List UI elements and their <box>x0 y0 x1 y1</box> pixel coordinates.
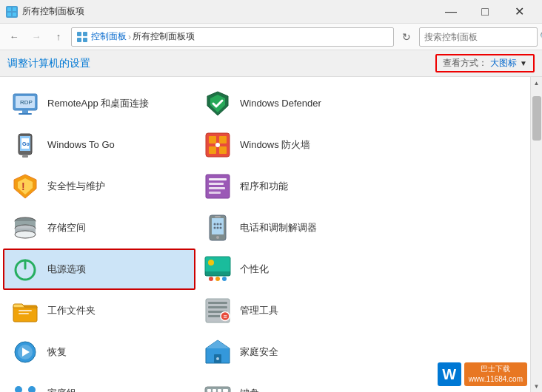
window-controls: — □ ✕ <box>434 0 536 24</box>
watermark-w-icon: W <box>438 362 461 386</box>
svg-rect-23 <box>209 146 216 154</box>
search-box[interactable]: 🔍 <box>419 27 538 47</box>
maximize-button[interactable]: □ <box>468 0 502 24</box>
security-icon: ! <box>10 172 40 201</box>
grid-item-personalize[interactable]: 个性化 <box>195 249 388 290</box>
grid-item-homegroup[interactable]: 家庭组 <box>3 373 195 392</box>
search-input[interactable] <box>420 32 540 42</box>
svg-point-52 <box>208 260 214 266</box>
svg-rect-21 <box>209 136 216 143</box>
item-label-security: 安全性与维护 <box>47 180 105 193</box>
svg-rect-11 <box>19 113 32 115</box>
item-label-power: 电源选项 <box>47 263 86 276</box>
svg-text:RDP: RDP <box>20 99 33 106</box>
svg-rect-64 <box>208 315 221 317</box>
grid-item-manage[interactable]: ≡ 管理工具 <box>195 290 388 331</box>
grid-item-workfolder[interactable]: 工作文件夹 <box>3 290 195 331</box>
grid-row: Go Windows To Go Windows 防火墙 <box>3 124 527 166</box>
item-label-windefender: Windows Defender <box>240 98 321 110</box>
svg-point-48 <box>220 227 222 229</box>
svg-rect-33 <box>209 192 221 194</box>
grid-item-recovery[interactable]: 恢复 <box>3 331 195 373</box>
window-icon <box>6 6 18 18</box>
refresh-button[interactable]: ↻ <box>397 27 416 47</box>
scroll-down-button[interactable]: ▼ <box>531 380 543 392</box>
close-button[interactable]: ✕ <box>502 0 536 24</box>
svg-rect-59 <box>19 313 29 314</box>
svg-rect-78 <box>218 389 221 392</box>
up-button[interactable]: ↑ <box>49 27 68 47</box>
scroll-track[interactable] <box>531 89 543 380</box>
svg-point-47 <box>217 227 219 229</box>
grid-item-homesafety[interactable]: 家庭安全 <box>195 331 388 373</box>
view-selector[interactable]: 查看方式： 大图标 ▼ <box>435 54 535 72</box>
view-dropdown-arrow[interactable]: ▼ <box>520 59 527 67</box>
grid-item-security[interactable]: ! 安全性与维护 <box>3 166 195 207</box>
svg-point-44 <box>217 223 219 226</box>
forward-button[interactable]: → <box>27 27 46 47</box>
grid-item-wtg[interactable]: Go Windows To Go <box>3 124 195 166</box>
grid-item-programs[interactable]: 程序和功能 <box>195 166 388 207</box>
svg-rect-0 <box>7 7 11 11</box>
svg-rect-1 <box>13 7 16 11</box>
phone-icon <box>203 213 232 243</box>
grid-row: ! 安全性与维护 程序和功能 <box>3 166 527 207</box>
svg-rect-76 <box>207 389 211 392</box>
svg-rect-79 <box>223 389 228 392</box>
svg-text:!: ! <box>21 180 25 192</box>
grid-item-winfirewall[interactable]: Windows 防火墙 <box>195 124 388 166</box>
grid-row: 存储空间 电话和调制解调器 <box>3 207 527 249</box>
svg-rect-24 <box>219 146 227 154</box>
item-label-winfirewall: Windows 防火墙 <box>240 139 310 152</box>
grid-item-keyboard[interactable]: 键盘 <box>195 373 388 392</box>
workfolder-icon <box>10 296 40 325</box>
item-label-workfolder: 工作文件夹 <box>47 305 96 317</box>
item-label-homegroup: 家庭组 <box>47 388 76 392</box>
svg-point-45 <box>220 223 222 226</box>
scroll-up-button[interactable]: ▲ <box>531 77 543 89</box>
svg-point-55 <box>215 277 220 281</box>
svg-text:Go: Go <box>22 141 30 146</box>
svg-rect-31 <box>209 183 224 185</box>
minimize-button[interactable]: — <box>434 0 468 24</box>
item-label-storage: 存储空间 <box>47 222 86 234</box>
svg-point-56 <box>222 277 227 281</box>
svg-rect-5 <box>83 32 87 36</box>
grid-item-phone[interactable]: 电话和调制解调器 <box>195 207 388 249</box>
view-option[interactable]: 大图标 <box>490 57 517 70</box>
svg-point-25 <box>215 143 220 147</box>
svg-rect-32 <box>209 187 225 189</box>
grid-item-storage[interactable]: 存储空间 <box>3 207 195 249</box>
storage-icon <box>10 213 40 243</box>
item-label-programs: 程序和功能 <box>240 180 288 193</box>
svg-point-43 <box>214 223 216 226</box>
main-content: RDP RemoteApp 和桌面连接 Windows Defender Go … <box>0 77 542 392</box>
svg-rect-30 <box>209 178 227 180</box>
defender-icon <box>203 89 232 118</box>
back-button[interactable]: ← <box>4 27 24 47</box>
watermark-logo: 巴士下载 www.11684.com <box>464 362 527 386</box>
title-bar: 所有控制面板项 — □ ✕ <box>0 0 542 24</box>
svg-rect-3 <box>13 13 16 16</box>
breadcrumb-control-panel[interactable]: 控制面板 <box>91 30 127 43</box>
grid-item-power[interactable]: 电源选项 <box>3 249 195 290</box>
item-label-keyboard: 键盘 <box>240 388 259 392</box>
item-label-personalize: 个性化 <box>240 263 269 276</box>
grid-item-remoteapp[interactable]: RDP RemoteApp 和桌面连接 <box>3 83 195 124</box>
homegroup-icon <box>10 379 40 392</box>
window-title: 所有控制面板项 <box>22 5 434 18</box>
item-grid: RDP RemoteApp 和桌面连接 Windows Defender Go … <box>0 77 530 392</box>
svg-rect-62 <box>208 306 227 308</box>
grid-row: 工作文件夹 ≡ 管理工具 <box>3 290 527 331</box>
svg-point-72 <box>15 386 22 392</box>
svg-rect-4 <box>77 32 81 36</box>
address-box[interactable]: 控制面板 › 所有控制面板项 <box>71 27 394 47</box>
scrollbar[interactable]: ▲ ▼ <box>530 77 542 392</box>
scroll-thumb[interactable] <box>532 96 541 141</box>
svg-marker-71 <box>206 340 230 348</box>
svg-point-54 <box>209 277 213 281</box>
item-label-phone: 电话和调制解调器 <box>240 222 317 234</box>
programs-icon <box>203 172 232 201</box>
grid-item-windefender[interactable]: Windows Defender <box>195 83 388 124</box>
item-label-recovery: 恢复 <box>47 346 67 359</box>
